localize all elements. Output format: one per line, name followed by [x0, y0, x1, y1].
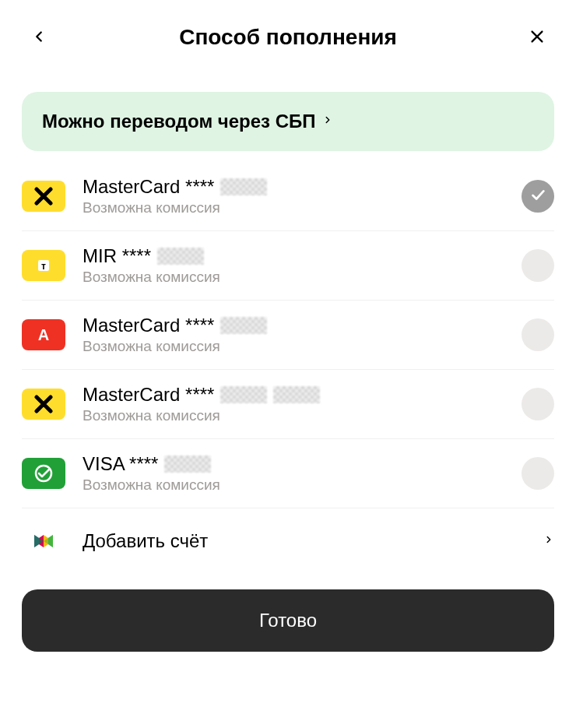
card-title: MasterCard **** [83, 176, 522, 198]
card-subtitle: Возможна комиссия [83, 269, 522, 286]
radio-unselected[interactable] [522, 249, 554, 282]
radio-unselected[interactable] [522, 318, 554, 351]
header: Способ пополнения [0, 0, 576, 69]
tinkoff-bank-icon: т [22, 250, 65, 281]
close-button[interactable] [522, 22, 553, 53]
sbp-logo-icon [22, 526, 65, 557]
banner-text: Можно переводом через СБП [42, 111, 316, 132]
close-icon [529, 28, 546, 47]
blurred-digits [220, 386, 267, 403]
card-title: VISA **** [83, 453, 522, 475]
card-title: MasterCard **** [83, 315, 522, 336]
payment-method-item[interactable]: VISA **** Возможна комиссия [22, 439, 554, 508]
radio-unselected[interactable] [522, 388, 554, 420]
card-subtitle: Возможна комиссия [83, 199, 522, 216]
card-subtitle: Возможна комиссия [83, 407, 522, 424]
chevron-right-icon [543, 531, 554, 551]
check-icon [529, 186, 546, 206]
sbp-banner[interactable]: Можно переводом через СБП [22, 92, 554, 151]
blurred-digits [157, 248, 204, 265]
payment-method-item[interactable]: т MIR **** Возможна комиссия [22, 231, 554, 301]
blurred-digits [273, 386, 320, 403]
payment-method-item[interactable]: А MasterCard **** Возможна комиссия [22, 301, 554, 370]
blurred-digits [220, 317, 267, 334]
blurred-digits [220, 178, 267, 195]
card-title: MIR **** [83, 245, 522, 267]
add-account-item[interactable]: Добавить счёт [22, 508, 554, 574]
blurred-digits [164, 455, 211, 473]
page-title: Способ пополнения [54, 25, 522, 50]
sber-bank-icon [22, 458, 65, 489]
card-subtitle: Возможна комиссия [83, 477, 522, 494]
alfa-bank-icon: А [22, 319, 65, 350]
radio-selected[interactable] [522, 180, 554, 213]
raiffeisen-bank-icon [22, 389, 65, 420]
done-button[interactable]: Готово [22, 589, 554, 652]
raiffeisen-bank-icon [22, 181, 65, 212]
card-title: MasterCard **** [83, 384, 522, 406]
radio-unselected[interactable] [522, 457, 554, 490]
svg-text:т: т [41, 261, 46, 272]
payment-method-item[interactable]: MasterCard **** Возможна комиссия [22, 370, 554, 439]
chevron-left-icon [30, 28, 47, 47]
payment-method-item[interactable]: MasterCard **** Возможна комиссия [22, 162, 554, 231]
svg-text:А: А [38, 326, 49, 343]
back-button[interactable] [23, 22, 54, 53]
add-account-label: Добавить счёт [83, 530, 543, 552]
chevron-right-icon [322, 112, 333, 131]
card-subtitle: Возможна комиссия [83, 338, 522, 355]
payment-methods-list: MasterCard **** Возможна комиссия т MIR … [0, 162, 576, 574]
